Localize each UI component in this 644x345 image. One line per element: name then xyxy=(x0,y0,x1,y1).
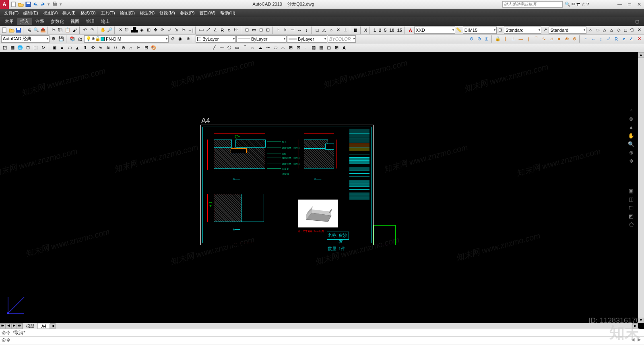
pline-icon[interactable]: 〰 xyxy=(218,44,225,51)
dim-continue-icon[interactable]: ⊦⊦ xyxy=(233,27,239,34)
snap-val-15[interactable]: 15 xyxy=(396,28,403,33)
nav-cube-front-icon[interactable]: ◫ xyxy=(627,195,635,203)
menu-format[interactable]: 格式(O) xyxy=(78,10,98,16)
exchange-icon[interactable]: ⇄ xyxy=(576,2,580,7)
subtract-icon[interactable]: ⊖ xyxy=(120,44,127,51)
trim-icon[interactable]: ✂ xyxy=(180,27,187,34)
plot-icon[interactable]: 🖨 xyxy=(26,27,32,34)
constraint-hide-icon[interactable]: ⊗ xyxy=(571,35,578,43)
menu-insert[interactable]: 插入(I) xyxy=(60,10,78,16)
render-icon[interactable]: 🎨 xyxy=(150,44,157,51)
rotate-icon[interactable]: ⟳ xyxy=(159,27,166,34)
binoculars-icon[interactable]: 🔍 xyxy=(565,2,570,7)
move-icon[interactable]: ✥ xyxy=(152,27,159,34)
cmd-arrow-right-icon[interactable]: ▶ xyxy=(636,337,642,343)
ribbon-tab-parametric[interactable]: 参数化 xyxy=(47,18,67,25)
dim-aligned-icon[interactable] xyxy=(205,27,211,34)
nav-cube-top-icon[interactable]: ▣ xyxy=(627,187,635,194)
publish-icon[interactable]: 📤 xyxy=(40,27,46,34)
nav-triangle-icon[interactable]: ▲ xyxy=(627,123,635,131)
calc-icon[interactable]: 🖩 xyxy=(353,27,359,34)
menu-tools[interactable]: 工具(T) xyxy=(98,10,118,16)
arc-icon[interactable]: ⌒ xyxy=(241,44,248,51)
insertblk-icon[interactable]: ⊞ xyxy=(287,44,294,51)
elliparc-icon[interactable]: ⌓ xyxy=(279,44,287,51)
constraint-smooth-icon[interactable]: ∿ xyxy=(540,35,547,43)
shape-house-icon[interactable]: ⌂ xyxy=(608,27,615,34)
menu-window[interactable]: 窗口(W) xyxy=(197,10,218,16)
save-icon[interactable] xyxy=(15,27,22,34)
revolve-icon[interactable]: ⟲ xyxy=(89,44,96,51)
match-icon[interactable]: 🖌 xyxy=(72,27,78,34)
align-center-icon[interactable]: ⊧ xyxy=(282,27,289,34)
shape-triangle-icon[interactable]: △ xyxy=(601,27,607,34)
layer-off-icon[interactable]: ⊘ xyxy=(169,35,176,43)
extrude-icon[interactable]: ⬆ xyxy=(81,44,89,51)
circle-icon[interactable]: ○ xyxy=(249,44,256,51)
nav-move-icon[interactable]: ✥ xyxy=(627,157,635,164)
ribbon-tab-view[interactable]: 视图 xyxy=(67,18,83,25)
ribbon-tab-annotate[interactable]: 注释 xyxy=(32,18,47,25)
constraint-horz-icon[interactable]: — xyxy=(517,35,524,43)
intersect-icon[interactable]: ∩ xyxy=(127,44,134,51)
nav-home-icon[interactable]: ⌂ xyxy=(627,107,635,114)
print-icon[interactable] xyxy=(52,1,58,8)
shape-square-icon[interactable]: □ xyxy=(622,27,629,34)
textstyle-icon[interactable]: A xyxy=(407,27,414,34)
cmd-arrow-left-icon[interactable]: ◀ xyxy=(630,337,636,343)
qnew-icon[interactable] xyxy=(1,27,8,34)
textstyle-dropdown[interactable]: XXD xyxy=(414,27,455,34)
menu-draw[interactable]: 绘图(D) xyxy=(118,10,137,16)
vstyle-icon[interactable]: ⬚ xyxy=(32,44,39,51)
tab-last-icon[interactable]: ⏭ xyxy=(17,323,23,329)
snap-val-1[interactable]: 1 xyxy=(372,28,377,33)
layout-tab-a4[interactable]: A4 xyxy=(38,324,50,329)
hatch-icon[interactable]: ▨ xyxy=(310,44,317,51)
loft-icon[interactable]: ≋ xyxy=(104,44,111,51)
copy-obj-icon[interactable]: ⿻ xyxy=(124,27,130,34)
extend-icon[interactable]: →| xyxy=(188,27,194,34)
dist-v-icon[interactable]: ↕ xyxy=(303,27,310,34)
tab-first-icon[interactable]: ⏮ xyxy=(0,323,6,329)
shape-pentagon-icon[interactable]: ⬠ xyxy=(629,27,636,34)
dim-diameter-icon[interactable]: ⌀ xyxy=(226,27,233,34)
dimstyle-icon[interactable]: 📏 xyxy=(456,27,462,34)
window-icon[interactable]: ▭ xyxy=(251,27,257,34)
open-icon[interactable] xyxy=(8,27,14,34)
snap-val-5[interactable]: 5 xyxy=(383,28,388,33)
maximize-button[interactable]: □ xyxy=(625,1,634,8)
constraint-fix-icon[interactable]: 🔒 xyxy=(494,35,502,43)
drawing-canvas[interactable]: A4 xyxy=(0,52,635,323)
pan-icon[interactable]: ✋ xyxy=(99,27,106,34)
osnap-mid-icon[interactable]: △ xyxy=(321,27,327,34)
3dorbit-icon[interactable]: 🌐 xyxy=(17,44,24,51)
line-icon[interactable]: ╱ xyxy=(211,44,218,51)
help-icon[interactable]: ? xyxy=(586,2,589,7)
point-icon[interactable]: · xyxy=(302,44,310,51)
dimc-lin-icon[interactable]: ⊦ xyxy=(582,35,589,43)
scroll-up-icon[interactable]: ▲ xyxy=(638,52,644,58)
revcloud-icon[interactable]: ☁ xyxy=(256,44,264,51)
layer-props-icon[interactable]: 📚 xyxy=(69,35,76,43)
nav-cube-iso-icon[interactable]: ◩ xyxy=(627,212,635,220)
workspace-dropdown[interactable]: AutoCAD 经典 xyxy=(1,35,50,43)
layer-frz-icon[interactable]: ❄ xyxy=(184,35,192,43)
linetype-dropdown[interactable]: ByLayer xyxy=(236,35,287,43)
paste-icon[interactable]: 📋 xyxy=(64,27,71,34)
scale-icon[interactable]: ⤢ xyxy=(166,27,173,34)
constraint-coll-icon[interactable]: ⊕ xyxy=(475,35,483,43)
vpoint-icon[interactable]: ⊡ xyxy=(24,44,31,51)
regen-icon[interactable]: ↻ xyxy=(39,44,47,51)
slice-icon[interactable]: ✂ xyxy=(135,44,142,51)
snap-val-10[interactable]: 10 xyxy=(388,28,395,33)
dist-h-icon[interactable]: ↔ xyxy=(296,27,303,34)
ribbon-minimize-icon[interactable]: ▢ xyxy=(632,18,642,25)
solid-cyl-icon[interactable]: ⬭ xyxy=(66,44,73,51)
shape-circle-icon[interactable]: ○ xyxy=(587,27,594,34)
constraint-para-icon[interactable]: ∥ xyxy=(502,35,509,43)
solid-cone-icon[interactable]: ▲ xyxy=(74,44,81,51)
preview-icon[interactable]: 🔍 xyxy=(33,27,39,34)
array-icon[interactable]: ⊞ xyxy=(145,27,152,34)
help-search-input[interactable] xyxy=(502,1,563,8)
dimc-v-icon[interactable]: ↕ xyxy=(597,35,605,43)
